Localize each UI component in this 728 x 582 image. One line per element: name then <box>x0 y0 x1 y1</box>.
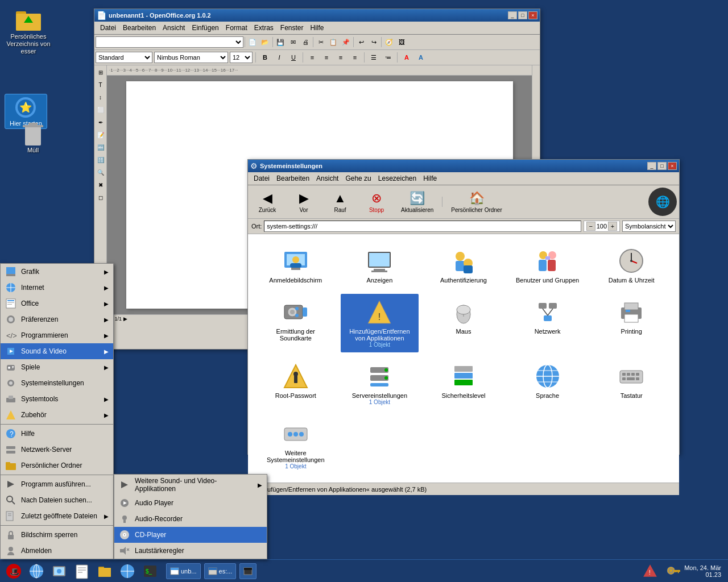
oo-menu-datei[interactable]: Datei <box>97 23 119 33</box>
sys-home-btn[interactable]: 🏠 Persönlicher Ordner <box>446 189 507 215</box>
oo-btn-align-center[interactable]: ≡ <box>320 51 333 64</box>
oo-font-select[interactable]: Nimbus Roman <box>154 52 228 63</box>
menu-item-praeferenzen[interactable]: Präferenzen ▶ <box>1 311 113 327</box>
menu-item-hilfe[interactable]: ? Hilfe <box>1 426 113 442</box>
oo-btn-fontcolor2[interactable]: A <box>415 51 427 64</box>
oo-btn-align-left[interactable]: ≡ <box>306 51 318 64</box>
oo-btn-bold[interactable]: B <box>259 51 271 64</box>
oo-btn-align-right[interactable]: ≡ <box>334 51 347 64</box>
submenu-item-lautstaerkeregler[interactable]: Lautstärkeregler <box>114 543 267 559</box>
sys-menu-bearbeiten[interactable]: Bearbeiten <box>273 173 313 184</box>
sys-icon-applikationen[interactable]: ! Hinzufügen/Entfernen von Applikationen… <box>341 294 419 352</box>
menu-item-programm-ausfuehren[interactable]: Programm ausführen... <box>1 476 113 492</box>
taskbar-redhat-btn[interactable]: 🎩 <box>3 562 24 581</box>
sys-up-btn[interactable]: ▲ Rauf <box>323 189 357 215</box>
taskbar-sys-window-btn[interactable]: es:... <box>204 563 237 579</box>
menu-item-grafik[interactable]: Grafik ▶ <box>1 264 113 280</box>
oo-btn-paste[interactable]: 📌 <box>340 36 352 48</box>
menu-item-netzwerk-server[interactable]: Netzwerk-Server <box>1 442 113 458</box>
desktop-icon-trash[interactable]: Müll <box>10 119 56 154</box>
sys-icon-rootpasswort[interactable]: Root-Passwort <box>257 358 335 410</box>
menu-item-internet[interactable]: Internet ▶ <box>1 280 113 296</box>
oo-size-select[interactable]: 12 <box>230 52 253 63</box>
menu-item-bildschirm-sperren[interactable]: Bildschirm sperren <box>1 527 113 543</box>
sys-stop-btn[interactable]: ⊗ Stopp <box>359 189 394 215</box>
menu-item-persoenlicher-ordner[interactable]: Persönlicher Ordner <box>1 458 113 473</box>
sys-icon-soundkarte[interactable]: Ermittlung der Soundkarte <box>257 294 335 352</box>
oo-location-bar[interactable] <box>96 36 243 48</box>
oo-left-btn9[interactable]: 🔍 <box>95 167 106 178</box>
menu-item-systemeinstellungen[interactable]: Systemeinstellungen <box>1 375 113 391</box>
oo-btn-numlist[interactable]: ≔ <box>382 51 394 64</box>
menu-item-systemtools[interactable]: Systemtools ▶ <box>1 391 113 407</box>
menu-item-programmieren[interactable]: </> Programmieren ▶ <box>1 327 113 343</box>
oo-btn-redo[interactable]: ↪ <box>367 36 380 48</box>
oo-btn-list[interactable]: ☰ <box>367 51 380 64</box>
taskbar-key-icon[interactable] <box>663 562 683 581</box>
oo-btn-open[interactable]: 📂 <box>259 36 271 48</box>
oo-btn-undo[interactable]: ↩ <box>355 36 367 48</box>
sys-icon-anmeldebildschirm[interactable]: Anmeldebildschirm <box>257 243 335 288</box>
oo-left-btn10[interactable]: ✖ <box>95 179 106 190</box>
oo-btn-new[interactable]: 📄 <box>246 36 259 48</box>
oo-menu-einfuegen[interactable]: Einfügen <box>188 23 222 33</box>
oo-btn-fontcolor[interactable]: A <box>400 51 413 64</box>
oo-left-btn6[interactable]: 📝 <box>95 129 106 140</box>
menu-item-zubehoer[interactable]: Zubehör ▶ <box>1 407 113 423</box>
oo-left-btn1[interactable]: ⊞ <box>95 66 106 78</box>
taskbar-terminal-btn[interactable]: $_ <box>140 562 160 581</box>
taskbar-oo-window-btn[interactable]: unb... <box>166 563 201 579</box>
oo-titlebar[interactable]: 📄 unbenannt1 - OpenOffice.org 1.0.2 _ □ … <box>94 9 540 22</box>
oo-close-btn[interactable]: × <box>528 11 537 19</box>
desktop-icon-personal-folder[interactable]: PersönlichesVerzeichnis vonesser <box>6 6 51 56</box>
oo-menu-extras[interactable]: Extras <box>251 23 277 33</box>
oo-left-btn11[interactable]: ◻ <box>95 192 106 203</box>
taskbar-notes-btn[interactable] <box>72 562 92 581</box>
sys-view-select[interactable]: Symbolansicht <box>622 221 676 232</box>
menu-item-abmelden[interactable]: Abmelden <box>1 543 113 559</box>
oo-menu-hilfe[interactable]: Hilfe <box>307 23 328 33</box>
oo-left-btn8[interactable]: 🔠 <box>95 154 106 165</box>
oo-left-btn3[interactable]: ↕ <box>95 92 106 103</box>
taskbar-globe-btn[interactable] <box>117 562 138 581</box>
sys-refresh-btn[interactable]: 🔄 Aktualisieren <box>396 189 439 215</box>
sys-icon-benutzer[interactable]: Benutzer und Gruppen <box>508 243 587 288</box>
menu-item-spiele[interactable]: Spiele ▶ <box>1 359 113 375</box>
submenu-item-weitere-sound[interactable]: Weitere Sound- und Video-Applikationen ▶ <box>114 475 267 495</box>
sys-address-input[interactable] <box>264 221 581 232</box>
oo-menu-fenster[interactable]: Fenster <box>277 23 307 33</box>
oo-btn-justify[interactable]: ≡ <box>349 51 361 64</box>
sys-back-btn[interactable]: ◀ Zurück <box>250 189 284 215</box>
oo-maximize-btn[interactable]: □ <box>518 11 527 19</box>
oo-btn-cut[interactable]: ✂ <box>315 36 327 48</box>
oo-btn-navigator[interactable]: 🧭 <box>383 36 395 48</box>
oo-menu-bearbeiten[interactable]: Bearbeiten <box>119 23 159 33</box>
sys-titlebar[interactable]: ⚙ Systemeinstellungen _ □ × <box>248 160 679 172</box>
oo-btn-copy[interactable]: 📋 <box>327 36 340 48</box>
sys-zoom-minus[interactable]: − <box>586 222 595 231</box>
sys-icon-anzeigen[interactable]: Anzeigen <box>341 243 419 288</box>
sys-icon-sprache[interactable]: Sprache <box>508 358 587 410</box>
sys-menu-lesezeichen[interactable]: Lesezeichen <box>375 173 420 184</box>
taskbar-screenshot-btn[interactable] <box>49 562 69 581</box>
sys-icon-servereinstellungen[interactable]: Servereinstellungen 1 Objekt <box>341 358 419 410</box>
sys-maximize-btn[interactable]: □ <box>657 162 667 170</box>
sys-minimize-btn[interactable]: _ <box>647 162 656 170</box>
sys-icon-weitere[interactable]: Weitere Systemeinstellungen 1 Objekt <box>257 415 335 474</box>
sys-icon-netzwerk[interactable]: Netzwerk <box>508 294 587 352</box>
taskbar-terminal-window-btn[interactable] <box>239 563 257 579</box>
oo-btn-print[interactable]: 🖨 <box>299 36 312 48</box>
taskbar-web-btn[interactable] <box>26 562 47 581</box>
sys-menu-ansicht[interactable]: Ansicht <box>313 173 342 184</box>
menu-item-nach-dateien-suchen[interactable]: Nach Dateien suchen... <box>1 492 113 508</box>
submenu-item-audio-recorder[interactable]: Audio-Recorder <box>114 511 267 527</box>
sys-icon-datum[interactable]: Datum & Uhrzeit <box>592 243 671 288</box>
sys-icon-maus[interactable]: Maus <box>424 294 503 352</box>
oo-minimize-btn[interactable]: _ <box>508 11 517 19</box>
sys-icon-printing[interactable]: Printing <box>592 294 671 352</box>
submenu-item-audio-player[interactable]: Audio Player <box>114 495 267 511</box>
oo-menu-format[interactable]: Format <box>222 23 251 33</box>
oo-btn-underline[interactable]: U <box>287 51 300 64</box>
submenu-item-cd-player[interactable]: CD-Player <box>114 527 267 543</box>
menu-item-zuletzt-geoeffnete[interactable]: Zuletzt geöffnete Dateien ▶ <box>1 508 113 524</box>
